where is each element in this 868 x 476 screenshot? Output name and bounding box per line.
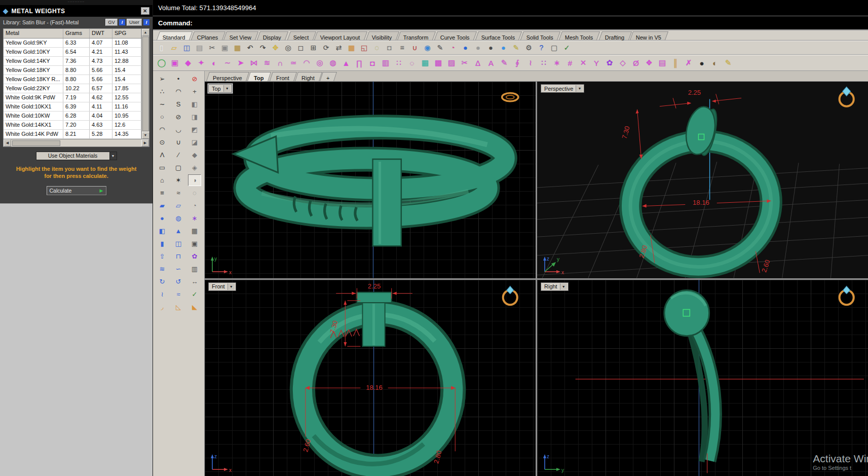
stitcher-icon[interactable]: ✕ [577, 56, 590, 69]
conic-icon[interactable]: ∪ [172, 136, 185, 148]
pattern-tool-icon[interactable]: ∗ [188, 212, 201, 224]
viewport-menu-arrow-icon[interactable]: ▼ [228, 283, 235, 290]
flow-tool-icon[interactable]: ≀ [524, 56, 537, 69]
pipe-builder-icon[interactable]: ◎ [313, 56, 326, 69]
hex-gem-icon[interactable]: ❖ [643, 56, 656, 69]
box-icon[interactable]: ◧ [156, 225, 169, 237]
tab-visibility[interactable]: Visibility [366, 31, 399, 40]
user-button[interactable]: User [127, 19, 142, 26]
table-row[interactable]: Yellow Gold:22KY 10.22 6.57 17.85 [4, 84, 141, 93]
top-view-scene[interactable] [205, 82, 536, 278]
table-row[interactable]: White Gold:10KW 6.28 4.04 10.95 [4, 112, 141, 121]
layers-icon[interactable]: ≡ [396, 42, 408, 54]
copy-icon[interactable]: ▣ [218, 42, 231, 54]
nail-head-edge[interactable] [373, 159, 401, 246]
options-icon[interactable]: ⚙ [522, 42, 535, 54]
render-icon[interactable]: ● [459, 42, 472, 54]
viewport-title-top[interactable]: Top ▼ [208, 84, 232, 93]
metal-weights-titlebar[interactable]: ◆ METAL WEIGHTS ✕ [0, 5, 153, 17]
redo-icon[interactable]: ↷ [256, 42, 269, 54]
vp-tab-front[interactable]: Front [270, 72, 297, 81]
ring-model-front-view[interactable] [303, 292, 453, 466]
line-icon[interactable]: ∕ [172, 149, 185, 161]
scroll-right-icon[interactable]: ▶ [141, 139, 149, 147]
rounded-rect-icon[interactable]: ▢ [172, 162, 185, 173]
layout-grid-icon[interactable]: ▥ [188, 263, 201, 275]
tab-standard[interactable]: Standard [157, 31, 193, 40]
viewport-title-front[interactable]: Front ▼ [208, 282, 236, 291]
column-header-metal[interactable]: Metal [4, 29, 63, 38]
ellipse-icon[interactable]: ⊙ [156, 136, 169, 148]
branch-builder-icon[interactable]: Y [590, 56, 603, 69]
table-row[interactable]: Yellow Gold:9KY 6.33 4.07 11.08 [4, 39, 141, 48]
dropdown-arrow-icon[interactable]: ▼ [109, 152, 117, 160]
scroll-up-icon[interactable]: ▲ [142, 29, 149, 36]
table-horizontal-scrollbar[interactable]: ◀ ▶ [3, 139, 149, 147]
text-builder-icon[interactable]: A [484, 56, 498, 69]
grid-block-icon[interactable]: ▦ [188, 225, 201, 237]
mesh-grid-icon[interactable]: ▩ [432, 56, 445, 69]
history-toggle-icon[interactable]: ◯ [155, 56, 168, 69]
arc-3pt-icon[interactable]: ◡ [172, 124, 185, 135]
star-icon[interactable]: ✶ [172, 174, 185, 186]
dim-tool-icon[interactable]: ↔ [188, 276, 201, 287]
measure-tool-icon[interactable]: # [563, 56, 577, 69]
pointer-icon[interactable]: ➢ [156, 73, 169, 85]
shaded-view-icon[interactable]: ● [472, 42, 484, 54]
cancel-icon[interactable]: ⊘ [188, 73, 201, 85]
tab-curve-tools[interactable]: Curve Tools [434, 31, 477, 40]
object-snap-icon[interactable]: ∪ [408, 42, 421, 54]
tab-select[interactable]: Select [287, 31, 316, 40]
calculate-button[interactable]: Calculate ▶ [47, 186, 106, 195]
offset-curve-icon[interactable]: ≡ [156, 187, 169, 199]
panel-drag-handle[interactable]: ·········· [0, 0, 153, 5]
viewport-menu-arrow-icon[interactable]: ▼ [223, 85, 231, 92]
circle-diameter-icon[interactable]: ⊘ [172, 111, 185, 123]
help-icon[interactable]: ? [535, 42, 548, 54]
sphere-icon[interactable]: ● [156, 212, 169, 224]
offset-surface-icon[interactable]: ≈ [172, 187, 185, 199]
gumball-icon[interactable]: ◉ [421, 42, 434, 54]
column-header-dwt[interactable]: DWT [90, 29, 112, 38]
tab-drafting[interactable]: Drafting [599, 31, 632, 40]
channel-cutter-icon[interactable]: ▥ [379, 56, 392, 69]
gem-studio-icon[interactable]: ◆ [181, 56, 195, 69]
tab-new-in-v5[interactable]: New in V5 [630, 31, 668, 40]
halo-builder-icon[interactable]: ◌ [405, 56, 419, 69]
ring-style-icon[interactable] [840, 286, 854, 305]
viewport-right[interactable]: Right ▼ [537, 280, 868, 476]
view-top-icon[interactable]: ◧ [188, 98, 201, 110]
ghosted-view-icon[interactable]: ● [484, 42, 497, 54]
column-header-grams[interactable]: Grams [63, 29, 90, 38]
table-row[interactable]: Yellow Gold:18KY 8.80 5.66 15.4 [4, 66, 141, 75]
viewport-menu-arrow-icon[interactable]: ▼ [560, 283, 567, 290]
loft-builder-icon[interactable]: ≃ [287, 56, 300, 69]
control-points-icon[interactable]: ∴ [156, 86, 169, 97]
tube-icon[interactable]: ◫ [172, 238, 185, 249]
vertical-scroll-thumb[interactable] [142, 36, 149, 131]
tab-cplanes[interactable]: CPlanes [191, 31, 225, 40]
vp-tab-new[interactable]: + [320, 72, 337, 81]
zoom-window-icon[interactable]: ◻ [294, 42, 307, 54]
pan-icon[interactable]: ✥ [269, 42, 282, 54]
record-history-icon[interactable]: ✎ [434, 42, 446, 54]
cutter-tool-icon[interactable]: ✂ [458, 56, 471, 69]
torus-icon[interactable]: ◍ [172, 212, 185, 224]
table-row[interactable]: White Gold:14K PdW 8.21 5.28 14.35 [4, 130, 141, 139]
right-view-scene[interactable] [537, 280, 868, 476]
engraver-icon[interactable]: ✎ [498, 56, 511, 69]
viewport-top[interactable]: Top ▼ [205, 82, 536, 278]
table-row[interactable]: White Gold:14KX1 7.20 4.63 12.6 [4, 121, 141, 130]
rail-revolve-icon[interactable]: ↺ [172, 276, 185, 287]
tab-mesh-tools[interactable]: Mesh Tools [559, 31, 600, 40]
grid-snap-icon[interactable]: ▦ [345, 42, 358, 54]
lock-objects-icon[interactable]: ◘ [383, 42, 396, 54]
diamond-outline-icon[interactable]: ◇ [616, 56, 629, 69]
ring-model-top-view[interactable] [233, 127, 505, 246]
named-views-icon[interactable]: ◱ [358, 42, 370, 54]
extrude-icon[interactable]: ⇧ [156, 250, 169, 262]
viewport-front[interactable]: Front ▼ [205, 280, 536, 476]
prong-builder-icon[interactable]: ∏ [353, 56, 366, 69]
nail-head-plate[interactable] [357, 292, 391, 303]
gem-scatter-icon[interactable]: ∗ [550, 56, 563, 69]
